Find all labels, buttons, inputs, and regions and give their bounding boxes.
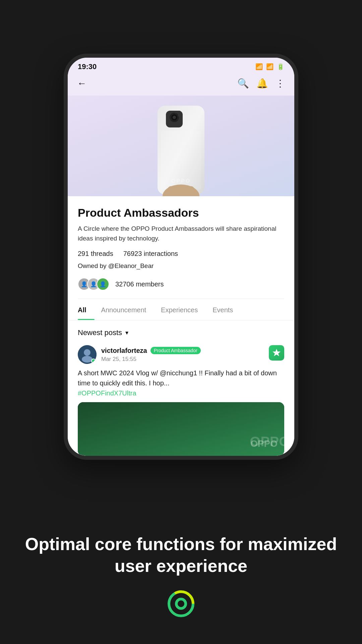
stats-row: 291 threads 76923 interactions <box>78 250 284 258</box>
post-time: Mar 25, 15:55 <box>101 356 201 363</box>
tabs-section: All Announcement Experiences Events <box>68 299 294 320</box>
wifi-icon: 📶 <box>255 63 263 70</box>
svg-rect-16 <box>78 402 284 456</box>
svg-text:OPPO: OPPO <box>171 178 191 184</box>
post-text: A short MWC 2024 Vlog w/ @nicchung1 !! F… <box>78 369 277 387</box>
status-bar: 19:30 📶 📶 🔋 <box>68 58 294 74</box>
oppo-logo <box>168 590 194 617</box>
star-icon <box>272 348 281 358</box>
svg-point-21 <box>178 600 184 607</box>
phone-frame: 19:30 📶 📶 🔋 ← 🔍 🔔 ⋮ <box>64 54 298 460</box>
circle-description: A Circle where the OPPO Product Ambassad… <box>78 224 284 243</box>
username-row: victorlaforteza Product Ambassador <box>101 347 201 355</box>
signal-icon: 📶 <box>266 63 274 70</box>
status-icons: 📶 📶 🔋 <box>255 63 284 70</box>
members-row: 👤 👤 👤 32706 members <box>78 278 284 299</box>
top-nav: ← 🔍 🔔 ⋮ <box>68 74 294 96</box>
filter-arrow-icon[interactable]: ▾ <box>125 329 128 336</box>
svg-point-6 <box>178 111 181 113</box>
svg-point-14 <box>82 356 93 363</box>
member-avatar-3: 👤 <box>97 278 109 290</box>
svg-rect-11 <box>168 186 194 196</box>
member-count: 32706 members <box>115 280 164 288</box>
owner-label: Owned by <box>78 262 107 269</box>
post-header: victorlaforteza Product Ambassador Mar 2… <box>78 345 284 364</box>
user-details: victorlaforteza Product Ambassador Mar 2… <box>101 347 201 363</box>
post-thumbnail: OPPO <box>78 402 284 456</box>
svg-point-4 <box>173 116 176 119</box>
tab-announcement[interactable]: Announcement <box>101 299 155 320</box>
nav-right: 🔍 🔔 ⋮ <box>237 78 285 89</box>
tab-experiences[interactable]: Experiences <box>161 299 206 320</box>
nav-left: ← <box>77 78 86 89</box>
tagline: Optimal core functions for maximized use… <box>0 533 362 577</box>
bell-icon[interactable]: 🔔 <box>256 78 268 89</box>
tab-events[interactable]: Events <box>213 299 241 320</box>
svg-text:OPPO: OPPO <box>250 434 284 449</box>
post-image-preview[interactable]: OPPO <box>78 402 284 456</box>
svg-marker-15 <box>273 349 281 356</box>
svg-point-13 <box>84 349 90 356</box>
owner-row: Owned by @Eleanor_Bear <box>78 262 284 270</box>
svg-point-5 <box>175 111 177 113</box>
hero-section: OPPO <box>68 96 294 196</box>
battery-icon: 🔋 <box>277 63 284 70</box>
post-hashtag[interactable]: #OPPOFindX7Ultra <box>78 389 136 397</box>
user-badge: Product Ambassador <box>150 347 201 354</box>
post-user-info: victorlaforteza Product Ambassador Mar 2… <box>78 345 201 364</box>
oppo-logo-svg <box>168 590 194 617</box>
filter-label[interactable]: Newest posts <box>78 328 122 337</box>
star-badge <box>269 345 284 361</box>
bottom-section: Optimal core functions for maximized use… <box>0 533 362 617</box>
username: victorlaforteza <box>101 347 147 355</box>
phone-wrapper: 19:30 📶 📶 🔋 ← 🔍 🔔 ⋮ <box>64 54 298 460</box>
threads-count: 291 threads <box>78 250 113 258</box>
status-time: 19:30 <box>78 62 97 71</box>
tab-all[interactable]: All <box>78 299 95 320</box>
interactions-count: 76923 interactions <box>123 250 178 258</box>
info-section: Product Ambassadors A Circle where the O… <box>68 196 294 299</box>
svg-point-7 <box>178 114 181 117</box>
tabs-row: All Announcement Experiences Events <box>78 299 284 320</box>
search-icon[interactable]: 🔍 <box>237 78 249 89</box>
filter-row: Newest posts ▾ <box>78 328 284 337</box>
member-avatars: 👤 👤 👤 <box>78 278 106 290</box>
product-phone-image: OPPO <box>147 102 215 196</box>
online-indicator <box>91 359 96 363</box>
posts-section: Newest posts ▾ <box>68 320 294 456</box>
user-avatar[interactable] <box>78 345 97 364</box>
owner-name: @Eleanor_Bear <box>108 262 154 269</box>
back-button[interactable]: ← <box>77 78 86 89</box>
post-item: victorlaforteza Product Ambassador Mar 2… <box>78 345 284 456</box>
circle-title: Product Ambassadors <box>78 206 284 219</box>
post-content: A short MWC 2024 Vlog w/ @nicchung1 !! F… <box>78 368 284 398</box>
more-menu-icon[interactable]: ⋮ <box>276 78 285 89</box>
